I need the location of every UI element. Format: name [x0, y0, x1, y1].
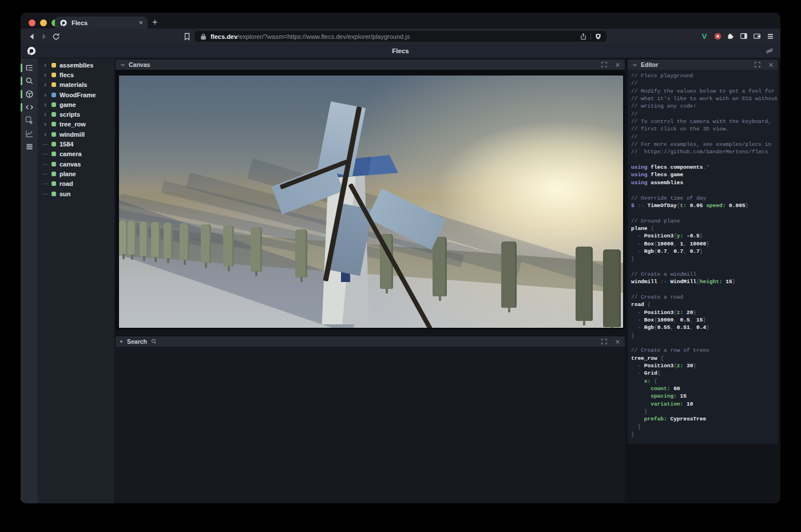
cypress-tree-3d: [151, 222, 160, 257]
leaf-dash-icon: —: [42, 161, 48, 167]
forward-icon[interactable]: [39, 32, 49, 41]
extension-red-icon[interactable]: [713, 31, 722, 41]
fullscreen-icon[interactable]: [755, 62, 760, 68]
cypress-tree-3d: [603, 249, 621, 327]
tree-item-tree_row[interactable]: ›tree_row: [38, 120, 114, 129]
activity-item-tables-icon[interactable]: [21, 140, 38, 153]
expand-chevron-icon[interactable]: ›: [42, 112, 48, 117]
share-icon[interactable]: [580, 33, 587, 41]
tree-item-WoodFrame[interactable]: ›WoodFrame: [38, 90, 114, 100]
entity-color-swatch: [51, 181, 56, 186]
address-bar[interactable]: flecs.dev/explorer/?wasm=https://www.fle…: [195, 31, 606, 42]
code-line: [631, 263, 778, 271]
new-tab-button[interactable]: +: [152, 17, 157, 27]
code-line: // first click on the 3D view.: [631, 125, 778, 133]
back-icon[interactable]: [27, 32, 37, 41]
activity-item-statistics-icon[interactable]: [21, 127, 38, 140]
3d-view[interactable]: [119, 76, 623, 328]
tree-item-road[interactable]: —road: [38, 179, 114, 189]
fullscreen-icon[interactable]: [601, 339, 607, 344]
reload-icon[interactable]: [51, 32, 61, 41]
activity-item-entity-tree-icon[interactable]: [21, 61, 38, 74]
puzzle-icon[interactable]: [726, 31, 735, 41]
expand-chevron-icon[interactable]: ›: [42, 62, 48, 68]
cypress-tree-3d: [119, 220, 128, 255]
code-line: - Rgb{0.55, 0.51, 0.4}: [631, 324, 778, 331]
code-line: }: [631, 332, 778, 339]
code-line: [631, 186, 778, 194]
close-icon[interactable]: [615, 62, 620, 68]
code-line: road {: [631, 301, 778, 308]
canvas-panel-header[interactable]: Canvas: [116, 59, 625, 70]
code-line: // https://github.com/SanderMertens/flec…: [631, 148, 778, 156]
vue-devtools-icon[interactable]: V: [700, 31, 709, 41]
browser-tab[interactable]: Flecs ×: [55, 17, 148, 29]
code-line: // what it's like to work with an ECS wi…: [631, 95, 778, 102]
minimize-window-button[interactable]: [40, 19, 47, 26]
code-line: - Rgb{0.7, 0.7, 0.7}: [631, 248, 778, 255]
entity-color-swatch: [51, 82, 56, 87]
editor-panel-header[interactable]: Editor: [628, 59, 778, 70]
tree-item-plane[interactable]: —plane: [38, 169, 114, 178]
tree-item-label: camera: [60, 150, 82, 157]
panel-collapse-dot[interactable]: [120, 340, 122, 343]
tree-item-materials[interactable]: ›materials: [38, 80, 114, 90]
search-panel-header[interactable]: Search: [116, 336, 625, 347]
expand-chevron-icon[interactable]: ›: [42, 132, 48, 137]
fullscreen-icon[interactable]: [601, 62, 607, 68]
tree-item-assemblies[interactable]: ›assemblies: [38, 60, 114, 70]
cypress-tree-3d: [140, 221, 148, 256]
cypress-tree-3d: [251, 227, 262, 272]
divider: [590, 33, 591, 40]
close-window-button[interactable]: [29, 19, 35, 26]
close-icon[interactable]: [768, 62, 774, 68]
tree-item-sun[interactable]: —sun: [38, 189, 114, 198]
expand-chevron-icon[interactable]: ›: [42, 102, 48, 108]
code-line: windmill :- WindMill{height: 15}: [631, 278, 778, 285]
link-icon[interactable]: [766, 47, 774, 55]
chevron-down-icon[interactable]: [120, 62, 125, 68]
expand-chevron-icon[interactable]: ›: [42, 92, 48, 98]
code-line: // Create a row of trees: [631, 347, 778, 354]
browser-window: Flecs × + flecs.dev/explorer/?wasm=https…: [21, 13, 780, 503]
entity-color-swatch: [51, 162, 56, 166]
wallet-icon[interactable]: [752, 31, 762, 41]
leaf-dash-icon: —: [42, 191, 48, 197]
tree-item-windmill[interactable]: ›windmill: [38, 129, 114, 139]
code-editor[interactable]: // Flecs playground//// Modify the value…: [628, 70, 778, 439]
code-line: }: [631, 431, 778, 438]
expand-chevron-icon[interactable]: ›: [42, 82, 48, 88]
tab-close-icon[interactable]: ×: [138, 19, 143, 26]
tree-item-flecs[interactable]: ›flecs: [38, 70, 114, 80]
code-line: $ :- TimeOfDay{t: 0.05 speed: 0.005}: [631, 202, 778, 209]
traffic-lights: [29, 19, 58, 26]
tree-item-1584[interactable]: —1584: [38, 139, 114, 149]
code-line: - Grid{: [631, 370, 778, 377]
menu-icon[interactable]: [766, 31, 775, 41]
shield-icon[interactable]: [594, 33, 602, 41]
entity-color-swatch: [51, 73, 56, 77]
tree-item-label: tree_row: [60, 121, 86, 128]
expand-chevron-icon[interactable]: ›: [42, 72, 48, 78]
tree-item-game[interactable]: ›game: [38, 100, 114, 109]
bookmark-icon[interactable]: [183, 32, 192, 41]
code-line: variation: 10: [631, 400, 778, 408]
activity-item-canvas-3d-icon[interactable]: [21, 88, 38, 101]
activity-item-query-icon[interactable]: [21, 74, 38, 88]
expand-chevron-icon[interactable]: ›: [42, 121, 48, 127]
lock-icon: [200, 33, 207, 40]
chevron-down-icon[interactable]: [632, 62, 637, 68]
tree-item-scripts[interactable]: ›scripts: [38, 109, 114, 119]
tree-item-camera[interactable]: —camera: [38, 149, 114, 159]
code-line: [631, 156, 778, 164]
search-panel: Search: [116, 336, 625, 503]
sidebar-icon[interactable]: [739, 31, 748, 41]
tab-title: Flecs: [72, 19, 134, 26]
tree-item-label: assemblies: [60, 62, 93, 69]
tree-item-canvas[interactable]: —canvas: [38, 159, 114, 169]
activity-item-inspector-icon[interactable]: [21, 114, 38, 127]
code-line: - Box{10000, 1, 10000}: [631, 240, 778, 248]
leaf-dash-icon: —: [42, 171, 48, 177]
activity-item-editor-icon[interactable]: [21, 101, 38, 114]
close-icon[interactable]: [615, 339, 620, 344]
